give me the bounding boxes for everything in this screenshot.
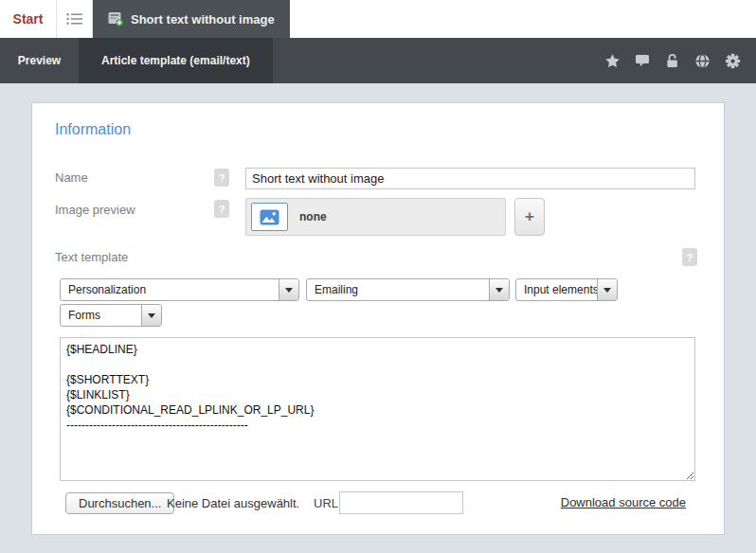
text-template-label: Text template — [55, 250, 128, 264]
chevron-down-icon — [285, 288, 293, 293]
dropdown-forms[interactable]: Forms — [60, 304, 162, 327]
tab-active-article[interactable]: Short text without image — [93, 0, 290, 38]
template-textarea[interactable]: {$HEADLINE} {$SHORTTEXT} {$LINKLIST} {$C… — [60, 337, 695, 481]
image-preview-help-icon[interactable]: ? — [214, 200, 229, 218]
dropdown-personalization-value: Personalization — [61, 279, 279, 300]
name-help-icon[interactable]: ? — [214, 169, 229, 187]
tab-active-label: Short text without image — [131, 12, 275, 27]
gear-icon[interactable] — [725, 53, 741, 69]
url-label: URL: — [314, 496, 342, 510]
dropdown-input-elements-value: Input elements — [516, 279, 597, 300]
star-icon[interactable] — [604, 53, 621, 69]
name-label: Name — [55, 170, 88, 185]
image-preview-label: Image preview — [55, 203, 135, 217]
toolbar: Preview Article template (email/text) — [0, 38, 756, 83]
article-doc-icon — [108, 11, 123, 27]
name-input[interactable] — [245, 168, 695, 189]
toolbar-tab-article-template[interactable]: Article template (email/text) — [79, 38, 273, 83]
tab-start[interactable]: Start — [0, 0, 57, 38]
top-tab-bar: Start Short text without image — [0, 0, 756, 38]
dropdown-button[interactable] — [279, 279, 298, 300]
toolbar-tab-preview[interactable]: Preview — [0, 38, 79, 83]
download-source-link[interactable]: Download source code — [561, 495, 686, 509]
unlock-icon[interactable] — [664, 53, 680, 69]
dropdown-input-elements[interactable]: Input elements — [515, 278, 618, 301]
list-icon — [66, 12, 83, 26]
comment-icon[interactable] — [635, 53, 650, 68]
image-icon — [260, 209, 279, 225]
dropdown-emailing-value: Emailing — [307, 279, 489, 300]
content-area: Information Name ? Image preview ? none … — [0, 83, 756, 553]
image-preview-box[interactable]: none — [245, 198, 506, 236]
dropdown-personalization[interactable]: Personalization — [60, 278, 299, 301]
tab-start-label: Start — [13, 11, 44, 27]
globe-icon[interactable] — [694, 53, 711, 69]
information-panel: Information Name ? Image preview ? none … — [31, 102, 725, 535]
tab-list-button[interactable] — [57, 0, 93, 38]
image-preview-value: none — [299, 210, 327, 223]
chevron-down-icon — [148, 313, 155, 318]
dropdown-forms-value: Forms — [61, 305, 141, 326]
chevron-down-icon — [495, 288, 503, 293]
add-image-button[interactable]: + — [514, 198, 545, 236]
browse-button[interactable]: Durchsuchen... — [65, 492, 174, 514]
toolbar-icons — [604, 38, 756, 83]
file-status-text: Keine Datei ausgewählt. — [167, 496, 299, 510]
chevron-down-icon — [603, 288, 611, 293]
dropdown-emailing[interactable]: Emailing — [306, 278, 510, 301]
dropdown-button[interactable] — [597, 279, 617, 300]
url-input[interactable] — [339, 491, 463, 514]
panel-heading: Information — [55, 121, 131, 138]
dropdown-button[interactable] — [489, 279, 509, 300]
dropdown-button[interactable] — [141, 305, 161, 326]
text-template-help-icon[interactable]: ? — [682, 248, 697, 266]
image-thumbnail — [251, 203, 288, 231]
